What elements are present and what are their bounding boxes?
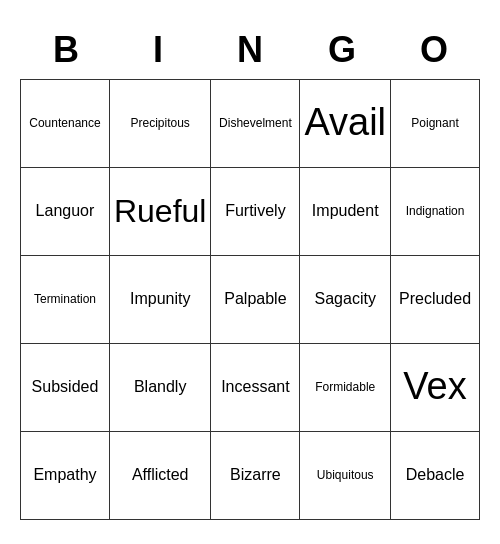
cell-text-r0-c4: Poignant	[411, 116, 458, 130]
cell-text-r3-c2: Incessant	[221, 377, 289, 396]
cell-r4-c0[interactable]: Empathy	[21, 432, 110, 520]
cell-r1-c4[interactable]: Indignation	[391, 168, 480, 256]
cell-r2-c3[interactable]: Sagacity	[300, 256, 391, 344]
header-letter-B: B	[20, 25, 112, 79]
cell-r2-c1[interactable]: Impunity	[110, 256, 212, 344]
cell-text-r4-c4: Debacle	[406, 465, 465, 484]
cell-r3-c0[interactable]: Subsided	[21, 344, 110, 432]
header-letter-O: O	[388, 25, 480, 79]
cell-r4-c1[interactable]: Afflicted	[110, 432, 212, 520]
cell-r3-c2[interactable]: Incessant	[211, 344, 300, 432]
cell-text-r1-c2: Furtively	[225, 201, 285, 220]
header-letter-I: I	[112, 25, 204, 79]
cell-r3-c1[interactable]: Blandly	[110, 344, 212, 432]
bingo-card: BINGO CountenancePrecipitousDishevelment…	[10, 15, 490, 530]
cell-text-r4-c2: Bizarre	[230, 465, 281, 484]
cell-r1-c2[interactable]: Furtively	[211, 168, 300, 256]
cell-r0-c3[interactable]: Avail	[300, 80, 391, 168]
cell-r0-c2[interactable]: Dishevelment	[211, 80, 300, 168]
cell-r0-c4[interactable]: Poignant	[391, 80, 480, 168]
bingo-grid: CountenancePrecipitousDishevelmentAvailP…	[20, 79, 480, 520]
cell-text-r2-c3: Sagacity	[315, 289, 376, 308]
cell-text-r4-c1: Afflicted	[132, 465, 189, 484]
cell-text-r2-c0: Termination	[34, 292, 96, 306]
cell-r0-c0[interactable]: Countenance	[21, 80, 110, 168]
cell-text-r1-c1: Rueful	[114, 192, 207, 230]
cell-text-r1-c3: Impudent	[312, 201, 379, 220]
cell-r2-c4[interactable]: Precluded	[391, 256, 480, 344]
cell-r1-c0[interactable]: Languor	[21, 168, 110, 256]
cell-r4-c4[interactable]: Debacle	[391, 432, 480, 520]
cell-r4-c2[interactable]: Bizarre	[211, 432, 300, 520]
bingo-header: BINGO	[20, 25, 480, 79]
cell-r1-c1[interactable]: Rueful	[110, 168, 212, 256]
cell-text-r2-c1: Impunity	[130, 289, 190, 308]
cell-text-r4-c3: Ubiquitous	[317, 468, 374, 482]
cell-r1-c3[interactable]: Impudent	[300, 168, 391, 256]
cell-r4-c3[interactable]: Ubiquitous	[300, 432, 391, 520]
cell-r2-c2[interactable]: Palpable	[211, 256, 300, 344]
cell-text-r0-c0: Countenance	[29, 116, 100, 130]
cell-text-r4-c0: Empathy	[33, 465, 96, 484]
cell-r2-c0[interactable]: Termination	[21, 256, 110, 344]
cell-text-r0-c3: Avail	[304, 100, 386, 146]
cell-text-r0-c2: Dishevelment	[219, 116, 292, 130]
cell-text-r3-c0: Subsided	[32, 377, 99, 396]
cell-r3-c4[interactable]: Vex	[391, 344, 480, 432]
cell-r0-c1[interactable]: Precipitous	[110, 80, 212, 168]
cell-r3-c3[interactable]: Formidable	[300, 344, 391, 432]
cell-text-r3-c4: Vex	[403, 364, 466, 410]
cell-text-r2-c4: Precluded	[399, 289, 471, 308]
cell-text-r3-c1: Blandly	[134, 377, 186, 396]
header-letter-N: N	[204, 25, 296, 79]
cell-text-r1-c0: Languor	[36, 201, 95, 220]
cell-text-r2-c2: Palpable	[224, 289, 286, 308]
cell-text-r1-c4: Indignation	[406, 204, 465, 218]
cell-text-r0-c1: Precipitous	[131, 116, 190, 130]
header-letter-G: G	[296, 25, 388, 79]
cell-text-r3-c3: Formidable	[315, 380, 375, 394]
